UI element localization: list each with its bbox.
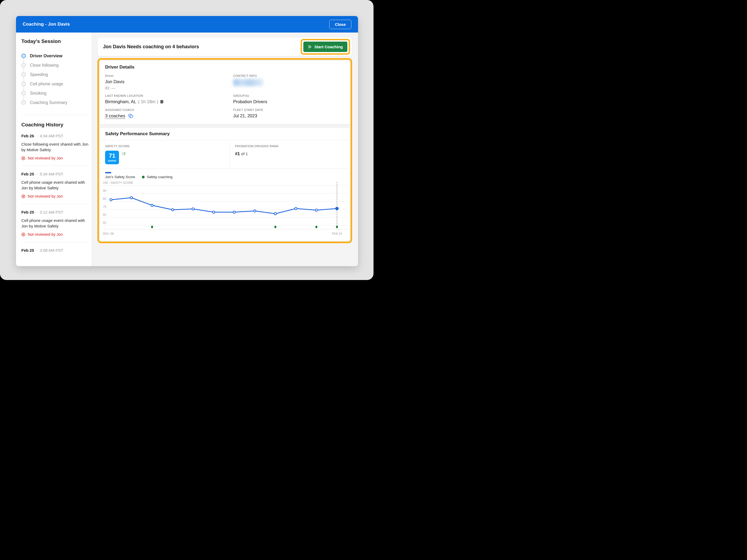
history-time: 5:34 AM PST [40, 172, 63, 176]
contact-label: CONTACT INFO [233, 74, 344, 77]
dialog-header: Coaching - Jon Davis Close [16, 16, 358, 32]
assigned-coaches-link[interactable]: 3 coaches [105, 113, 125, 119]
y-tick-label: 80 [103, 197, 106, 200]
score-point [130, 196, 133, 199]
meta-separator: · [36, 210, 37, 214]
step-circle-active-icon [21, 54, 26, 58]
step-speeding[interactable]: Speeding [21, 70, 86, 79]
step-label: Speeding [30, 72, 48, 77]
driver-details-title: Driver Details [105, 64, 344, 70]
history-text: Cell phone usage event shared with Jon b… [21, 180, 88, 191]
safety-score-stat: SAFETY SCORE 71 GOOD ↑2 [100, 140, 230, 168]
history-time: 4:34 AM PST [40, 134, 63, 138]
rank-suffix: of 1 [241, 152, 248, 156]
contact-field: CONTACT INFO [233, 74, 344, 90]
driver-overview-highlight-ring: Driver Details Driver Jon Davis ID: — CO… [97, 58, 352, 243]
step-circle-icon [21, 100, 26, 105]
legend-label: Safety coaching [147, 175, 172, 179]
x-start-label: DEC 08 [103, 232, 114, 235]
score-point [233, 211, 235, 213]
history-time: 3:12 AM PST [40, 210, 63, 214]
history-text: Cell phone usage event shared with Jon b… [21, 218, 88, 229]
message-coaches-icon[interactable] [128, 114, 133, 118]
step-driver-overview[interactable]: Driver Overview [21, 51, 86, 60]
coaching-event-dot [151, 225, 153, 228]
not-reviewed-icon [21, 194, 25, 198]
rank-stat: PROBATION DRIVERS RANK #1of 1 [230, 140, 279, 168]
history-time: 3:08 AM PST [40, 248, 63, 252]
line-series-swatch-icon [105, 172, 111, 174]
group-label: GROUP(S) [233, 94, 344, 97]
session-title: Today's Session [21, 38, 86, 44]
history-entry[interactable]: Feb 25 · 5:34 AM PST Cell phone usage ev… [21, 166, 86, 204]
history-date: Feb 25 [21, 172, 34, 176]
step-label: Smoking [30, 91, 46, 96]
history-entry[interactable]: Feb 26 · 4:34 AM PST Close following eve… [21, 128, 86, 166]
banner-title: Jon Davis Needs coaching on 4 behaviors [103, 44, 199, 50]
start-coaching-label: Start Coaching [314, 45, 343, 49]
y-tick-label: 70 [103, 205, 106, 208]
step-circle-icon [21, 91, 26, 96]
meta-separator: · [36, 248, 37, 252]
score-point [213, 211, 215, 213]
step-label: Close following [30, 63, 59, 68]
coaching-event-dot [336, 225, 338, 228]
coaching-event-dot [315, 225, 317, 228]
screenshot-background: Coaching - Jon Davis Close Today's Sessi… [0, 0, 374, 280]
score-point [336, 207, 338, 210]
legend-item-safety-coaching[interactable]: Safety coaching [142, 175, 172, 179]
history-date: Feb 25 [21, 210, 34, 214]
safety-score-chart-container: 100 - SAFETY SCORE9080706050DEC 08FEB 23 [103, 181, 344, 238]
step-smoking[interactable]: Smoking [21, 88, 86, 98]
legend-item-safety-score[interactable]: Jon's Safety Score [105, 172, 135, 179]
coaching-dot-swatch-icon [142, 176, 145, 179]
driver-details-card: Driver Details Driver Jon Davis ID: — CO… [100, 60, 350, 125]
safety-chart: 100 - SAFETY SCORE9080706050DEC 08FEB 23 [103, 181, 354, 237]
step-cell-phone-usage[interactable]: Cell phone usage [21, 79, 86, 88]
not-reviewed-icon [21, 233, 25, 237]
legend-label: Jon's Safety Score [105, 175, 135, 179]
step-close-following[interactable]: Close following [21, 60, 86, 70]
step-coaching-summary[interactable]: Coaching Summary [21, 98, 86, 107]
score-trend-up: ↑2 [121, 151, 126, 156]
score-point [110, 199, 112, 201]
coaching-banner: Jon Davis Needs coaching on 4 behaviors … [97, 37, 352, 56]
x-end-label: FEB 23 [332, 232, 342, 235]
score-point [151, 204, 153, 206]
meta-separator: · [36, 134, 37, 138]
history-status: Not reviewed by Jon [28, 194, 63, 198]
start-coaching-button[interactable]: Start Coaching [303, 42, 347, 52]
session-sidebar: Today's Session Driver Overview Close fo… [16, 32, 92, 266]
coaching-history-title: Coaching History [21, 122, 86, 128]
location-label: LAST KNOWN LOCATION [105, 94, 233, 97]
score-point [192, 208, 194, 210]
history-entry[interactable]: Feb 25 · 3:08 AM PST [21, 242, 86, 252]
not-reviewed-icon [21, 156, 25, 160]
driver-name: Jon Davis [105, 79, 233, 84]
coach-field: ASSIGNED COACH 3 coaches [105, 108, 233, 119]
fleet-start-value: Jul 21, 2023 [233, 113, 344, 118]
coaching-event-dot [274, 225, 276, 228]
location-value: Birmingham, AL [105, 99, 136, 104]
close-button[interactable]: Close [329, 20, 351, 29]
dialog-title: Coaching - Jon Davis [23, 22, 70, 27]
chart-legend: Jon's Safety Score Safety coaching [105, 169, 344, 179]
coach-label: ASSIGNED COACH [105, 108, 233, 111]
play-icon [308, 45, 312, 49]
history-entry[interactable]: Feb 25 · 3:12 AM PST Cell phone usage ev… [21, 204, 86, 242]
group-field: GROUP(S) Probation Drivers [233, 94, 344, 104]
vehicle-stop-icon [160, 100, 163, 104]
location-duration: ( 1h 18m ) [138, 99, 158, 104]
contact-info-redacted [233, 79, 263, 86]
y-tick-label: 90 [103, 189, 106, 192]
step-label: Coaching Summary [30, 100, 68, 105]
y-tick-label: 60 [103, 213, 106, 216]
safety-score-badge: 71 GOOD [105, 151, 119, 164]
history-text: Close following event shared with Jon by… [21, 141, 88, 153]
step-circle-icon [21, 72, 26, 77]
start-coaching-highlight-ring: Start Coaching [301, 39, 350, 55]
safety-score-grade: GOOD [108, 159, 116, 162]
history-status: Not reviewed by Jon [28, 232, 63, 237]
score-point [254, 210, 256, 212]
score-point [315, 209, 317, 211]
